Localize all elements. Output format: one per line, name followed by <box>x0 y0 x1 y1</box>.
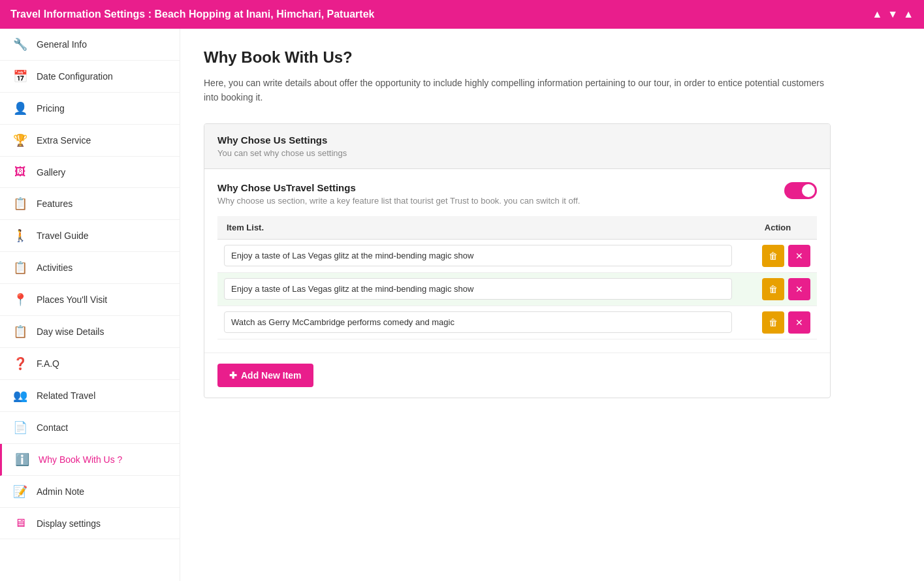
toggle-wrapper[interactable] <box>784 182 817 199</box>
sidebar-item-extra-service[interactable]: 🏆 Extra Service <box>0 125 180 157</box>
item-cell-0 <box>217 239 739 272</box>
sidebar-label-related-travel: Related Travel <box>37 390 95 401</box>
top-bar-controls: ▲ ▼ ▲ <box>872 8 914 20</box>
section-header: Why Chose UsTravel Settings Why choose u… <box>217 182 817 206</box>
features-icon: 📋 <box>13 196 27 211</box>
action-buttons-2: 🗑✕ <box>745 311 810 334</box>
col-item-list: Item List. <box>217 216 739 240</box>
section-title: Why Chose UsTravel Settings <box>217 182 580 193</box>
ctrl-expand-icon[interactable]: ▲ <box>903 8 914 20</box>
table-row: 🗑✕ <box>217 239 817 272</box>
table-header-row: Item List. Action <box>217 216 817 240</box>
remove-button-1[interactable]: ✕ <box>788 278 810 300</box>
travel-guide-icon: 🚶 <box>13 228 27 243</box>
extra-service-icon: 🏆 <box>13 133 27 148</box>
close-icon: ✕ <box>795 251 803 261</box>
sidebar-label-day-wise-details: Day wise Details <box>37 326 104 337</box>
sidebar-item-day-wise-details[interactable]: 📋 Day wise Details <box>0 316 180 348</box>
sidebar-item-admin-note[interactable]: 📝 Admin Note <box>0 476 180 508</box>
action-buttons-1: 🗑✕ <box>745 278 810 300</box>
item-input-2[interactable] <box>224 311 732 333</box>
close-icon: ✕ <box>795 317 803 328</box>
delete-button-1[interactable]: 🗑 <box>762 278 784 300</box>
top-bar-title: Travel Information Settings : Beach Hopp… <box>10 8 374 20</box>
col-action: Action <box>739 216 817 240</box>
sidebar-label-places-youll-visit: Places You'll Visit <box>37 294 107 305</box>
add-item-section: ✚ Add New Item <box>204 353 830 398</box>
sidebar-item-general-info[interactable]: 🔧 General Info <box>0 29 180 61</box>
sidebar-item-places-youll-visit[interactable]: 📍 Places You'll Visit <box>0 284 180 316</box>
sidebar-item-features[interactable]: 📋 Features <box>0 188 180 220</box>
sidebar-item-activities[interactable]: 📋 Activities <box>0 252 180 284</box>
sidebar-label-gallery: Gallery <box>37 167 65 178</box>
sidebar-label-admin-note: Admin Note <box>37 486 84 497</box>
add-item-label: Add New Item <box>241 370 302 381</box>
remove-button-2[interactable]: ✕ <box>788 311 810 334</box>
sidebar-label-faq: F.A.Q <box>37 358 59 369</box>
ctrl-down-icon[interactable]: ▼ <box>887 8 898 20</box>
settings-card-desc: You can set why chose us settings <box>217 148 817 158</box>
top-bar: Travel Information Settings : Beach Hopp… <box>0 0 924 29</box>
table-row: 🗑✕ <box>217 272 817 306</box>
gallery-icon: 🖼 <box>13 165 27 179</box>
general-info-icon: 🔧 <box>13 37 27 52</box>
faq-icon: ❓ <box>13 356 27 371</box>
sidebar-label-features: Features <box>37 198 72 209</box>
sidebar-item-gallery[interactable]: 🖼 Gallery <box>0 157 180 188</box>
action-buttons-0: 🗑✕ <box>745 245 810 267</box>
sidebar-item-faq[interactable]: ❓ F.A.Q <box>0 348 180 380</box>
remove-button-0[interactable]: ✕ <box>788 245 810 267</box>
trash-icon: 🗑 <box>769 251 778 261</box>
item-table: Item List. Action 🗑✕🗑✕🗑✕ <box>217 216 817 339</box>
section-header-text: Why Chose UsTravel Settings Why choose u… <box>217 182 580 206</box>
admin-note-icon: 📝 <box>13 484 27 499</box>
trash-icon: 🗑 <box>769 284 778 294</box>
date-configuration-icon: 📅 <box>13 69 27 84</box>
sidebar-label-pricing: Pricing <box>37 103 65 114</box>
ctrl-up-icon[interactable]: ▲ <box>872 8 882 20</box>
item-input-1[interactable] <box>224 278 732 300</box>
settings-card: Why Chose Us Settings You can set why ch… <box>204 123 831 398</box>
page-description: Here, you can write details about offer … <box>204 76 824 105</box>
layout: 🔧 General Info 📅 Date Configuration 👤 Pr… <box>0 29 924 581</box>
pricing-icon: 👤 <box>13 101 27 116</box>
section-desc: Why choose us section, write a key featu… <box>217 196 580 206</box>
sidebar-label-extra-service: Extra Service <box>37 135 91 146</box>
close-icon: ✕ <box>795 284 803 294</box>
item-cell-2 <box>217 306 739 339</box>
sidebar-item-why-book-with-us[interactable]: ℹ️ Why Book With Us ? <box>0 444 180 476</box>
delete-button-2[interactable]: 🗑 <box>762 311 784 334</box>
action-cell-1: 🗑✕ <box>739 272 817 306</box>
settings-card-header: Why Chose Us Settings You can set why ch… <box>204 124 830 169</box>
action-cell-2: 🗑✕ <box>739 306 817 339</box>
contact-icon: 📄 <box>13 420 27 435</box>
sidebar: 🔧 General Info 📅 Date Configuration 👤 Pr… <box>0 29 180 581</box>
table-row: 🗑✕ <box>217 306 817 339</box>
why-chose-us-section: Why Chose UsTravel Settings Why choose u… <box>204 169 830 353</box>
sidebar-label-display-settings: Display settings <box>37 518 101 529</box>
delete-button-0[interactable]: 🗑 <box>762 245 784 267</box>
places-youll-visit-icon: 📍 <box>13 292 27 307</box>
sidebar-item-contact[interactable]: 📄 Contact <box>0 412 180 444</box>
activities-icon: 📋 <box>13 260 27 275</box>
why-book-with-us-icon: ℹ️ <box>15 452 29 467</box>
sidebar-item-pricing[interactable]: 👤 Pricing <box>0 93 180 125</box>
sidebar-item-travel-guide[interactable]: 🚶 Travel Guide <box>0 220 180 252</box>
trash-icon: 🗑 <box>769 317 778 328</box>
add-new-item-button[interactable]: ✚ Add New Item <box>217 364 313 387</box>
sidebar-item-display-settings[interactable]: 🖥 Display settings <box>0 508 180 539</box>
item-cell-1 <box>217 272 739 306</box>
item-input-0[interactable] <box>224 245 732 266</box>
sidebar-label-travel-guide: Travel Guide <box>37 230 89 241</box>
add-icon: ✚ <box>229 370 237 381</box>
sidebar-label-activities: Activities <box>37 262 72 273</box>
sidebar-label-date-configuration: Date Configuration <box>37 71 113 82</box>
toggle-switch[interactable] <box>784 182 817 199</box>
sidebar-label-general-info: General Info <box>37 39 87 50</box>
main-content: Why Book With Us? Here, you can write de… <box>180 29 924 581</box>
related-travel-icon: 👥 <box>13 388 27 403</box>
sidebar-item-related-travel[interactable]: 👥 Related Travel <box>0 380 180 412</box>
sidebar-label-contact: Contact <box>37 422 68 433</box>
day-wise-details-icon: 📋 <box>13 324 27 339</box>
sidebar-item-date-configuration[interactable]: 📅 Date Configuration <box>0 61 180 93</box>
